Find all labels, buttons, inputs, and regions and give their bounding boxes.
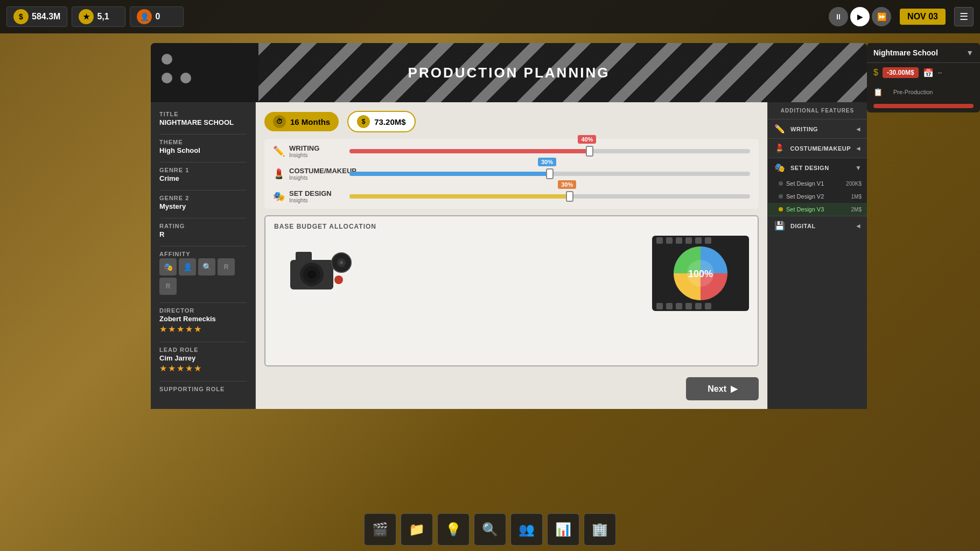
feature-writing-header[interactable]: ✏️ WRITING ◄: [768, 119, 867, 138]
bottom-toolbar: 🎬 📁 💡 🔍 👥 📊 🏢: [0, 508, 980, 551]
setdesign-slider-thumb[interactable]: 30%: [566, 191, 573, 202]
next-arrow-icon: ▶: [731, 384, 737, 394]
hole-1: [656, 237, 663, 244]
costume-slider-fill: [349, 172, 550, 176]
digital-feature-name: DIGITAL: [790, 223, 851, 229]
toolbar-btn-chart[interactable]: 📊: [547, 513, 579, 546]
divider-1: [159, 134, 247, 135]
menu-button[interactable]: ☰: [954, 7, 974, 26]
preprod-icon: 📋: [873, 88, 883, 96]
lead-star-3: ★: [177, 363, 184, 373]
setdesign-v2-price: 1M$: [851, 194, 862, 200]
toolbar-btn-idea[interactable]: 💡: [437, 513, 470, 546]
setdesign-icon: 🎭: [273, 190, 285, 202]
writing-feature-name: WRITING: [790, 126, 851, 132]
writing-sub: Insights: [289, 152, 319, 158]
divider-4: [159, 218, 247, 218]
lead-label: LEAD ROLE: [159, 347, 247, 353]
preprod-progress-bar: [873, 104, 974, 108]
costume-slider-track[interactable]: 30%: [349, 167, 750, 180]
film-camera-svg: [279, 246, 355, 300]
clapper-dot-1: [162, 54, 172, 65]
affinity-section: AFFINITY 🎭 👤 🔍 R R: [159, 251, 247, 295]
affinity-icon-3: 🔍: [198, 258, 215, 276]
writing-slider-thumb[interactable]: 40%: [586, 146, 593, 157]
setdesign-slider-row: 🎭 SET DESIGN Insights 30%: [273, 189, 750, 203]
lead-star-5: ★: [194, 363, 201, 373]
writing-name: WRITING: [289, 144, 319, 152]
toolbar-btn-film[interactable]: 🎬: [364, 513, 396, 546]
star-4: ★: [185, 324, 193, 334]
director-value: Zobert Remeckis: [159, 315, 247, 323]
playback-controls: ⏸ ▶ ⏩: [829, 7, 891, 26]
costume-feature-icon: 💄: [773, 143, 786, 153]
lead-value: Cim Jarrey: [159, 354, 247, 362]
svg-point-8: [334, 276, 343, 284]
costume-name: COSTUME/MAKEUP: [289, 167, 356, 175]
hole-b4: [685, 303, 692, 309]
writing-slider-row: ✏️ WRITING Insights 40%: [273, 144, 750, 158]
setdesign-v3-name: Set Design V3: [786, 206, 848, 213]
writing-label-area: ✏️ WRITING Insights: [273, 144, 343, 158]
hole-5: [695, 237, 702, 244]
side-calendar-icon: 📅: [923, 68, 934, 78]
writing-slider-fill: [349, 149, 590, 153]
setdesign-v1-name: Set Design V1: [786, 180, 843, 187]
feature-digital-header[interactable]: 💾 DIGITAL ◄: [768, 216, 867, 235]
digital-feature-arrow: ◄: [855, 222, 862, 230]
writing-feature-icon: ✏️: [773, 124, 786, 134]
writing-name-group: WRITING Insights: [289, 144, 319, 158]
pause-button[interactable]: ⏸: [829, 7, 848, 26]
theme-value: High School: [159, 146, 247, 154]
title-section: TITLE NIGHTMARE SCHOOL: [159, 111, 247, 126]
setdesign-v3-price: 2M$: [851, 207, 862, 213]
toolbar-btn-people[interactable]: 👥: [510, 513, 543, 546]
costume-sub: Insights: [289, 175, 356, 181]
divider-3: [159, 190, 247, 190]
header-stats-row: ⏱ 16 Months $ 73.20M$: [264, 111, 759, 132]
side-widget: Nightmare School ▼ $ -30.00M$ 📅 -- 📋 Pre…: [867, 43, 980, 112]
affinity-icon-2: 👤: [179, 258, 196, 276]
hole-4: [685, 237, 692, 244]
divider-2: [159, 162, 247, 163]
setdesign-v3[interactable]: Set Design V3 2M$: [768, 203, 867, 216]
date-display: NOV 03: [900, 9, 946, 25]
director-section: DIRECTOR Zobert Remeckis ★ ★ ★ ★ ★: [159, 307, 247, 334]
setdesign-v2-name: Set Design V2: [786, 193, 848, 200]
feature-costume-header[interactable]: 💄 COSTUME/MAKEUP ◄: [768, 139, 867, 158]
writing-feature-arrow: ◄: [855, 125, 862, 133]
left-info-panel: TITLE NIGHTMARE SCHOOL THEME High School…: [151, 102, 256, 409]
rating-label: RATING: [159, 223, 247, 229]
toolbar-btn-folder[interactable]: 📁: [401, 513, 433, 546]
hole-6: [705, 237, 711, 244]
points-stat: 👤 0: [130, 6, 184, 27]
setdesign-slider-track[interactable]: 30%: [349, 190, 750, 203]
costume-slider-thumb[interactable]: 30%: [546, 168, 554, 179]
top-bar: $ 584.3M ★ 5,1 👤 0 ⏸ ▶ ⏩ NOV 03 ☰: [0, 0, 980, 33]
costume-name-group: COSTUME/MAKEUP Insights: [289, 167, 356, 181]
setdesign-name-group: SET DESIGN Insights: [289, 189, 332, 203]
budget-section-title: BASE BUDGET ALLOCATION: [274, 223, 749, 230]
lead-stars: ★ ★ ★ ★ ★: [159, 363, 247, 373]
toolbar-btn-search[interactable]: 🔍: [474, 513, 506, 546]
next-button[interactable]: Next ▶: [686, 377, 759, 400]
setdesign-feature-arrow: ▼: [855, 164, 862, 172]
svg-rect-4: [296, 252, 312, 262]
side-preprod-row: 📋 Pre-Production: [867, 82, 980, 102]
feature-setdesign-header[interactable]: 🎭 SET DESIGN ▼: [768, 158, 867, 177]
costume-label-area: 💄 COSTUME/MAKEUP Insights: [273, 167, 343, 181]
fast-forward-button[interactable]: ⏩: [872, 7, 891, 26]
clapper-top-left: [151, 43, 258, 102]
setdesign-v2[interactable]: Set Design V2 1M$: [768, 190, 867, 203]
setdesign-v1[interactable]: Set Design V1 200K$: [768, 177, 867, 190]
setdesign-sub: Insights: [289, 197, 332, 203]
writing-slider-track[interactable]: 40%: [349, 145, 750, 158]
toolbar-btn-building[interactable]: 🏢: [584, 513, 616, 546]
play-button[interactable]: ▶: [850, 7, 870, 26]
svg-point-7: [340, 261, 343, 264]
side-widget-dropdown-arrow[interactable]: ▼: [966, 48, 974, 57]
feature-writing: ✏️ WRITING ◄: [768, 119, 867, 138]
costume-badge: 30%: [538, 158, 556, 166]
additional-features-title: ADDITIONAL FEATURES: [768, 102, 867, 119]
costume-feature-arrow: ◄: [855, 145, 862, 152]
